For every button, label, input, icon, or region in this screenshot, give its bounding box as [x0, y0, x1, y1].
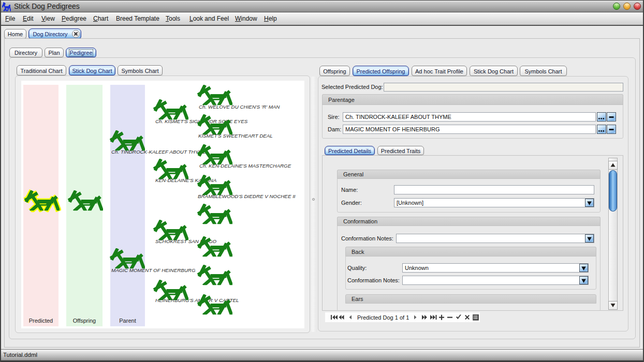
svg-text:Predicted Dog 1 of 1: Predicted Dog 1 of 1 — [357, 314, 409, 321]
